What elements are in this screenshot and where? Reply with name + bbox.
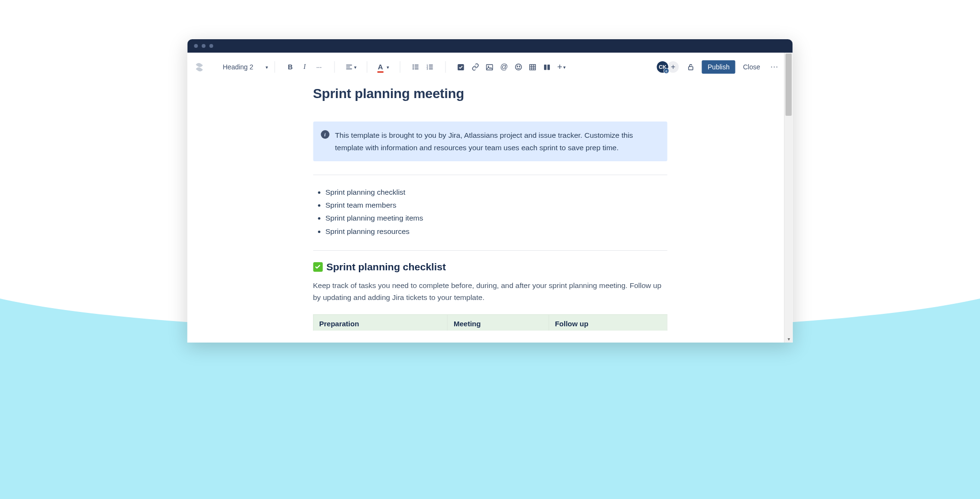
- svg-point-18: [515, 64, 522, 70]
- close-button[interactable]: Close: [739, 60, 764, 74]
- italic-button[interactable]: I: [298, 60, 312, 74]
- more-actions-button[interactable]: ···: [768, 60, 781, 74]
- scrollbar-thumb[interactable]: [786, 54, 792, 116]
- svg-point-20: [519, 66, 520, 67]
- window-titlebar: [188, 39, 793, 53]
- editor-toolbar: Heading 2 ▾ B I ··· ▾ A ▾: [188, 53, 793, 81]
- section-heading[interactable]: Sprint planning checklist: [313, 261, 667, 273]
- svg-rect-6: [414, 65, 418, 66]
- heading-style-select[interactable]: Heading 2 ▾: [218, 60, 271, 74]
- heading-style-label: Heading 2: [223, 63, 254, 71]
- toolbar-separator: [334, 61, 335, 73]
- image-button[interactable]: [483, 60, 496, 74]
- table-header-cell[interactable]: Meeting: [447, 314, 549, 331]
- page-title[interactable]: Sprint planning meeting: [313, 86, 667, 101]
- text-format-more-button[interactable]: ···: [312, 60, 326, 74]
- toc-item[interactable]: Sprint planning meeting items: [325, 211, 667, 224]
- svg-rect-16: [487, 64, 493, 69]
- svg-point-17: [488, 66, 489, 67]
- svg-point-4: [412, 67, 414, 68]
- window-close-dot[interactable]: [194, 44, 198, 48]
- avatar[interactable]: CK c: [656, 60, 669, 74]
- editor-content[interactable]: Sprint planning meeting i This template …: [313, 81, 667, 331]
- toolbar-separator: [445, 61, 445, 73]
- emoji-button[interactable]: [512, 60, 525, 74]
- numbered-list-button[interactable]: 123: [423, 60, 436, 74]
- svg-rect-28: [689, 67, 693, 70]
- info-panel[interactable]: i This template is brought to you by Jir…: [313, 122, 667, 161]
- bold-button[interactable]: B: [284, 60, 297, 74]
- chevron-down-icon: ▾: [387, 65, 389, 70]
- svg-rect-13: [429, 67, 433, 67]
- toolbar-separator: [367, 61, 368, 73]
- action-item-button[interactable]: [454, 60, 468, 74]
- checkmark-icon: [313, 262, 323, 272]
- align-button[interactable]: ▾: [344, 60, 358, 74]
- table-button[interactable]: [526, 60, 539, 74]
- table-of-contents: Sprint planning checklist Sprint team me…: [313, 186, 667, 238]
- toolbar-separator: [400, 61, 400, 73]
- avatar-presence-badge: c: [664, 68, 669, 74]
- scrollbar[interactable]: ▾: [784, 53, 793, 343]
- section-description[interactable]: Keep track of tasks you need to complete…: [313, 279, 667, 304]
- table-header-cell[interactable]: Follow up: [549, 314, 667, 331]
- editor-app: Heading 2 ▾ B I ··· ▾ A ▾: [188, 53, 793, 343]
- table-header-row: Preparation Meeting Follow up: [313, 314, 667, 331]
- section-heading-text: Sprint planning checklist: [326, 261, 446, 273]
- toolbar-separator: [275, 61, 275, 73]
- svg-rect-27: [547, 64, 550, 69]
- scroll-down-arrow-icon[interactable]: ▾: [785, 335, 793, 343]
- browser-window: Heading 2 ▾ B I ··· ▾ A ▾: [188, 39, 793, 343]
- toc-item[interactable]: Sprint planning checklist: [325, 186, 667, 199]
- svg-rect-21: [530, 64, 535, 69]
- checklist-table[interactable]: Preparation Meeting Follow up: [313, 314, 667, 331]
- window-minimize-dot[interactable]: [202, 44, 206, 48]
- svg-rect-8: [414, 68, 418, 69]
- mention-button[interactable]: @: [497, 60, 511, 74]
- table-header-cell[interactable]: Preparation: [313, 314, 448, 331]
- layout-button[interactable]: [540, 60, 554, 74]
- toc-item[interactable]: Sprint planning resources: [325, 225, 667, 238]
- svg-rect-7: [414, 67, 418, 67]
- confluence-logo-icon: [193, 60, 207, 74]
- chevron-down-icon: ▾: [563, 65, 566, 70]
- insert-more-button[interactable]: + ▾: [555, 60, 568, 74]
- info-icon: i: [321, 130, 329, 139]
- bullet-list-button[interactable]: [409, 60, 422, 74]
- svg-point-19: [517, 66, 518, 67]
- divider: [313, 250, 667, 251]
- collaborator-avatars: CK c +: [656, 60, 680, 74]
- svg-point-3: [412, 65, 414, 66]
- toc-item[interactable]: Sprint team members: [325, 199, 667, 211]
- text-color-button[interactable]: A ▾: [376, 60, 391, 74]
- svg-rect-12: [429, 65, 433, 66]
- window-maximize-dot[interactable]: [210, 44, 213, 48]
- chevron-down-icon: ▾: [354, 65, 356, 70]
- svg-text:3: 3: [426, 67, 428, 70]
- svg-rect-26: [544, 64, 546, 69]
- chevron-down-icon: ▾: [266, 65, 268, 70]
- info-panel-text[interactable]: This template is brought to you by Jira,…: [335, 129, 658, 154]
- publish-button[interactable]: Publish: [702, 60, 735, 74]
- divider: [313, 175, 667, 175]
- svg-rect-14: [429, 68, 433, 69]
- link-button[interactable]: [468, 60, 482, 74]
- svg-point-5: [412, 68, 414, 70]
- restrictions-button[interactable]: [684, 60, 698, 74]
